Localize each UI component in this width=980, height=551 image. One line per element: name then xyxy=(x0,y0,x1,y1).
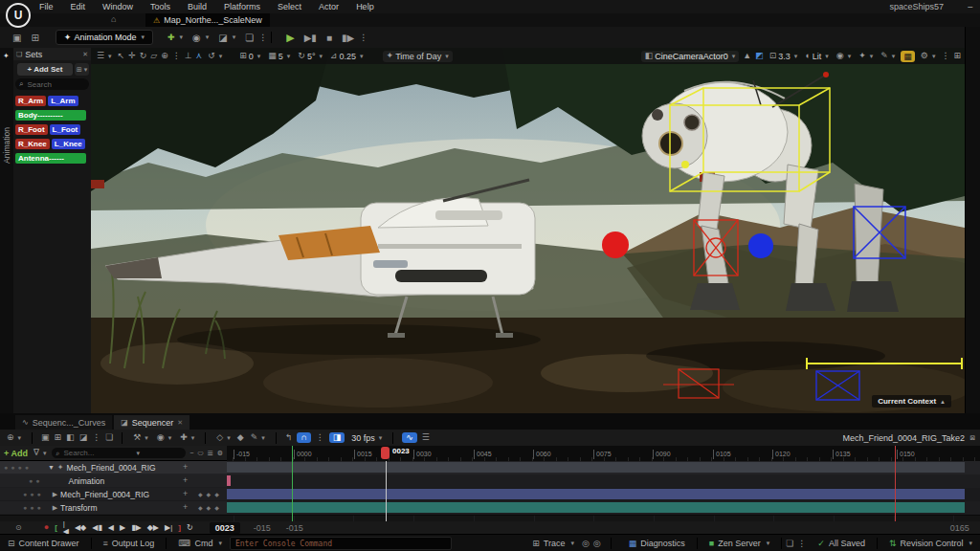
set-tag-r-foot[interactable]: R_Foot xyxy=(15,124,48,135)
add-section-icon[interactable]: + xyxy=(183,502,188,512)
collapsed-arrow-icon[interactable]: ▶ xyxy=(53,504,57,512)
add-set-button[interactable]: + Add Set xyxy=(17,63,73,76)
end-marker-line[interactable] xyxy=(895,446,896,521)
seq-clapper-icon[interactable]: ◪ xyxy=(79,433,88,442)
select-tool-icon[interactable]: ↖ xyxy=(118,52,125,60)
curve-editor-toggle[interactable]: ∿ xyxy=(402,432,417,443)
set-tag-r-knee[interactable]: R_Knee xyxy=(15,139,50,149)
view-range-start[interactable]: -015 xyxy=(254,523,271,533)
seq-render-icon[interactable]: ❏ xyxy=(105,433,113,442)
scale-tool-icon[interactable]: ▱ xyxy=(150,52,157,60)
edit-mode-dropdown[interactable]: ✎▾ xyxy=(249,432,267,443)
track-row-transform[interactable]: ●●● ▶ Transform + ◆◆◆ xyxy=(0,501,980,516)
trace-dropdown[interactable]: ⊞ Trace ▾ xyxy=(524,535,582,551)
expand-arrow-icon[interactable]: ▼ xyxy=(48,464,55,471)
loop-button[interactable]: ↻ xyxy=(187,524,193,532)
surface-snap-icon[interactable]: ⊥ xyxy=(185,52,192,60)
console-command-input[interactable] xyxy=(230,537,452,550)
list-options-icon[interactable]: ☰ xyxy=(207,450,212,456)
menu-actor[interactable]: Actor xyxy=(310,0,347,13)
play-forward-button[interactable]: ▶ xyxy=(120,524,125,532)
seq-view-dropdown[interactable]: ◉▾ xyxy=(155,432,173,443)
menu-tools[interactable]: Tools xyxy=(142,0,179,13)
menu-edit[interactable]: Edit xyxy=(62,0,95,13)
revision-control-dropdown[interactable]: ⇅ Revision Control ▾ xyxy=(881,535,980,551)
viewport-options-menu[interactable]: ☰▾ xyxy=(95,51,114,61)
menu-select[interactable]: Select xyxy=(269,0,310,13)
zen-server-dropdown[interactable]: ■ Zen Server ▾ xyxy=(702,535,777,551)
close-tab-icon[interactable]: ✕ xyxy=(177,419,183,427)
editor-mode-dropdown[interactable]: ✦ Animation Mode ▾ xyxy=(56,30,153,45)
set-tag-body[interactable]: Body---------- xyxy=(15,110,86,121)
cinematics-button[interactable]: ◪▾ xyxy=(213,31,240,45)
autokey-icon[interactable]: ◆ xyxy=(237,433,244,442)
keyframe-options-dropdown[interactable]: ◇▾ xyxy=(214,432,232,443)
seq-actions-dropdown[interactable]: ✚▾ xyxy=(178,432,196,443)
rig-section[interactable] xyxy=(227,489,965,499)
sets-search-input[interactable] xyxy=(25,79,81,90)
tab-animation[interactable]: Animation xyxy=(0,121,13,170)
output-log-button[interactable]: ≡ Output Log xyxy=(96,535,163,551)
status-more-icon[interactable]: ⋮ xyxy=(797,540,806,548)
rotation-mode-dropdown[interactable]: ↺▾ xyxy=(206,51,224,61)
selection-mode-toggle[interactable]: ▦ xyxy=(901,51,915,62)
blue-sphere-control[interactable] xyxy=(748,233,773,258)
view-mode-dropdown[interactable]: ◐Lit▾ xyxy=(803,51,830,62)
seq-tools-dropdown[interactable]: ⚒▾ xyxy=(131,432,150,443)
derived-data-icon[interactable]: ❏ xyxy=(786,540,793,548)
location-snap-button[interactable]: ⊞0▾ xyxy=(237,51,262,62)
previous-key-button[interactable]: ◀◆ xyxy=(75,524,86,532)
menu-file[interactable]: File xyxy=(31,0,62,13)
viewport-settings-dropdown[interactable]: ⚙▾ xyxy=(919,51,938,61)
viewport-layout-icon[interactable]: ◩ xyxy=(755,52,764,60)
seq-save-icon[interactable]: ▣ xyxy=(41,433,50,442)
remove-filter-icon[interactable]: − xyxy=(189,450,193,456)
rotation-snap-button[interactable]: ↻5°▾ xyxy=(296,51,324,62)
seq-world-dropdown[interactable]: ⊕▾ xyxy=(5,432,23,443)
seq-outliner-icon[interactable]: ☰ xyxy=(422,433,430,442)
blueprints-button[interactable]: ◉▾ xyxy=(188,31,213,45)
brush-dropdown[interactable]: ✎▾ xyxy=(879,51,897,61)
track-row-rig[interactable]: ●●● ▶ Mech_Friend_0004_RIG + ◆◆◆ xyxy=(0,488,980,502)
level-tab[interactable]: ⚠ Map_Northe..._ScaleNew xyxy=(145,13,270,27)
timeline-ruler[interactable]: -015 0000 0015 0030 0045 0060 0075 0090 … xyxy=(227,446,980,462)
world-space-icon[interactable]: ⊕ xyxy=(161,52,168,60)
viewport[interactable]: ☰▾ ↖ ✛ ↻ ▱ ⊕ ⋮ ⊥ ⋏ ↺▾ ⊞0▾ ▦5▾ ↻5°▾ ⊿0.25… xyxy=(91,48,965,413)
current-context-button[interactable]: Current Context ▲ xyxy=(872,395,951,408)
content-drawer-button[interactable]: ⊟ Content Drawer xyxy=(0,535,87,551)
trace-bookmark-icon[interactable]: ◎ xyxy=(593,540,601,548)
step-forward-button[interactable]: ▮▶ xyxy=(131,524,142,532)
pill-icon[interactable]: ⬭ xyxy=(197,450,203,456)
yellow-pivot-dot[interactable] xyxy=(681,161,689,168)
red-sphere-control[interactable] xyxy=(602,231,629,258)
transform-options-icon[interactable]: ⋮ xyxy=(172,52,181,60)
next-key-button[interactable]: ◆▶ xyxy=(147,524,159,532)
close-sets-icon[interactable]: ✕ xyxy=(82,51,88,58)
bone-snap-icon[interactable]: ⋏ xyxy=(196,52,203,60)
working-range-end[interactable]: 0165 xyxy=(950,523,969,533)
current-frame-field[interactable]: 0023 xyxy=(210,522,240,534)
scale-snap-button[interactable]: ⊿0.25▾ xyxy=(328,51,366,62)
menu-platforms[interactable]: Platforms xyxy=(215,0,269,13)
set-tag-l-foot[interactable]: L_Foot xyxy=(50,124,81,135)
browse-content-button[interactable]: ⊞ xyxy=(26,31,43,45)
diagnostics-button[interactable]: ▦ Diagnostics xyxy=(621,535,693,551)
rotate-tool-icon[interactable]: ↻ xyxy=(140,52,147,60)
viewport-more-icon[interactable]: ⋮ xyxy=(941,52,949,60)
maximize-viewport-icon[interactable]: ⊞ xyxy=(953,52,961,60)
play-reverse-button[interactable]: ◀ xyxy=(108,524,114,532)
start-marker-line[interactable] xyxy=(292,446,293,521)
seq-camera-icon[interactable]: ◧ xyxy=(66,433,75,442)
menu-build[interactable]: Build xyxy=(179,0,215,13)
tab-sequencer-curves[interactable]: ∿ Sequenc..._Curves xyxy=(15,415,112,430)
to-end-button[interactable]: ▶| xyxy=(165,524,172,532)
set-end-button[interactable]: ] xyxy=(178,524,181,532)
menu-window[interactable]: Window xyxy=(94,0,142,13)
source-control-save-status[interactable]: ✓ All Saved xyxy=(810,535,873,551)
eject-pilot-icon[interactable]: ▲ xyxy=(743,52,751,60)
seq-back-icon[interactable]: ↰ xyxy=(285,433,293,442)
advance-button[interactable]: ▮▶ xyxy=(337,31,359,45)
toolbar-overflow-icon[interactable]: ⋮ xyxy=(258,33,267,42)
lock-icon[interactable]: ⊠ xyxy=(969,434,975,441)
play-skip-button[interactable]: ▶▮ xyxy=(300,31,322,45)
